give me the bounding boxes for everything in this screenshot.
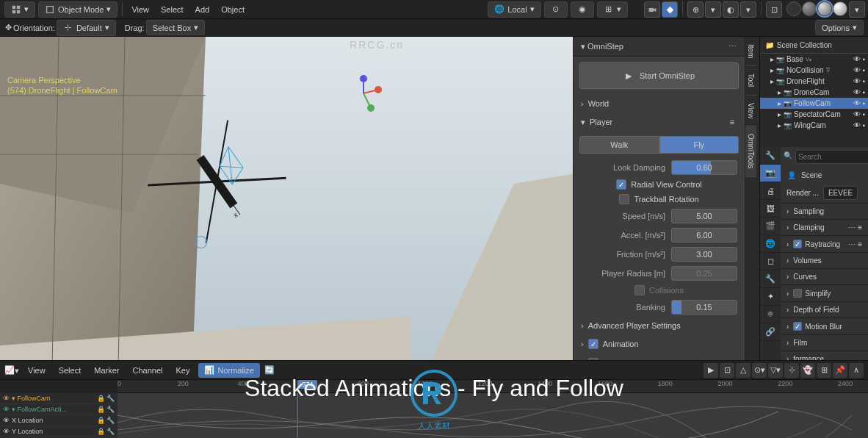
snap-mode-icon[interactable]: ⊞▾ [597,1,628,18]
output-tab-icon[interactable]: 🖨 [760,182,781,200]
view-layer-tab-icon[interactable]: 🖼 [760,200,781,218]
tab-item[interactable]: Item [745,37,756,66]
xray-icon[interactable]: ⊡ [766,1,782,18]
graph-select[interactable]: Select [54,364,86,377]
gizmo-toggle-icon[interactable]: ⊕ [687,1,704,18]
props-section[interactable]: ›Motion Blur [781,317,868,334]
advanced-player-section[interactable]: ›Advanced Player Settings [574,317,745,334]
accel-field[interactable]: 6.00 [671,228,737,243]
outliner-item[interactable]: ▸📷DroneFlight👁▪ [760,76,868,87]
object-tab-icon[interactable]: ◻ [760,253,781,270]
cursor-tool-icon[interactable]: ▶ [704,363,718,378]
rendered-shading[interactable] [833,1,847,16]
channel-row[interactable]: 👁Y Location🔒🔧 [0,426,117,437]
orientation-value-dropdown[interactable]: ⊹ Default▾ [57,20,116,36]
navigation-gizmo[interactable] [345,75,382,112]
props-section[interactable]: ›Raytracing⋯ ≡ [781,235,868,252]
viewer-icon[interactable] [662,1,678,18]
omnistep-header[interactable]: ▾ OmniStep ⋯ [574,37,745,57]
ghost-icon[interactable]: 👻 [800,363,815,378]
radial-view-checkbox[interactable] [616,179,626,190]
look-damping-slider[interactable]: 0.60 [671,160,737,175]
solid-shading[interactable] [802,1,817,16]
overlay-dropdown[interactable]: ▾ [740,1,756,18]
fly-tab[interactable]: Fly [659,136,739,154]
channel-row[interactable]: 👁▾ FollowCam🔒🔧 [0,393,117,404]
filter-icon[interactable]: ▽▾ [768,363,783,378]
camera-view-icon[interactable] [644,1,660,18]
curves-area[interactable] [117,393,868,438]
scene-datablock[interactable]: 👤 Scene [781,167,868,183]
graph-channel[interactable]: Channel [128,364,167,377]
orientation-dropdown[interactable]: 🌐 Local ▾ [488,1,540,18]
constraint-tab-icon[interactable]: 🔗 [760,323,781,341]
snap-dropdown-icon[interactable]: ⊹ [784,363,799,378]
material-shading[interactable] [817,1,832,16]
menu-add[interactable]: Add [189,3,216,16]
scripting-section[interactable]: ›Scripting [574,353,745,360]
render-engine-dropdown[interactable]: EEVEE [823,186,858,200]
channel-row[interactable]: 👁▾ FollowCamActi...🔒🔧 [0,404,117,415]
snap-tl-icon[interactable]: △ [736,363,751,378]
pin-icon[interactable]: 📌 [833,363,847,378]
snap-icon[interactable]: ⊙ [544,1,568,18]
outliner-item[interactable]: ▸📷WingCam👁▪ [760,120,868,131]
start-omnistep-button[interactable]: ▶ Start OmniStep [579,62,739,89]
tab-view[interactable]: View [745,96,756,127]
normalize-button[interactable]: 📊 Normalize [198,363,260,378]
animation-section[interactable]: ›Animation [574,334,745,353]
drag-dropdown[interactable]: Select Box▾ [146,20,206,35]
list-icon[interactable]: ≡ [727,117,737,127]
physics-tab-icon[interactable]: ⚛ [760,306,781,323]
tab-tool[interactable]: Tool [745,66,756,95]
proportional-edit-icon[interactable]: ◉ [571,1,594,18]
props-section[interactable]: ›Volumes [781,252,868,268]
props-section[interactable]: ›Depth of Field [781,301,868,317]
scene-tab-icon[interactable]: 🎬 [760,218,781,235]
graph-editor-type-icon[interactable]: 📈▾ [4,365,19,376]
pivot-icon[interactable]: ⊡ [720,363,734,378]
shading-dropdown[interactable]: ▾ [849,1,865,18]
trackball-checkbox[interactable] [619,194,629,204]
friction-field[interactable]: 3.00 [671,247,737,262]
overlay-toggle-icon[interactable]: ◐ [723,1,739,18]
more-icon[interactable]: ∧ [849,363,864,378]
mode-dropdown[interactable]: Object Mode ▾ [38,1,117,18]
animation-checkbox[interactable] [588,339,598,349]
tool-tab-icon[interactable]: 🔧 [760,147,781,165]
menu-select[interactable]: Select [155,3,189,16]
outliner-item[interactable]: ▸📷FollowCam👁▪ [760,98,868,109]
outliner-item[interactable]: ▸📷BaseV₃👁▪ [760,54,868,65]
outliner-item[interactable]: ▸📷DroneCam👁▪ [760,87,868,98]
frame-ruler[interactable]: 0 200 400 574 800 1000 1200 1400 1600 18… [117,380,868,393]
props-section[interactable]: ›Film [781,334,868,351]
world-tab-icon[interactable]: 🌐 [760,235,781,253]
walk-tab[interactable]: Walk [579,136,659,154]
speed-field[interactable]: 5.00 [671,209,737,223]
options-dropdown[interactable]: Options▾ [815,20,864,35]
tab-omnitools[interactable]: OmniTools [745,126,756,176]
props-section[interactable]: ›Curves [781,268,868,284]
properties-search-input[interactable] [795,150,868,164]
outliner-item[interactable]: ▸📷NoCollision∇👁▪ [760,65,868,76]
graph-view[interactable]: View [23,364,50,377]
modifier-tab-icon[interactable]: 🔧 [760,270,781,288]
graph-marker[interactable]: Marker [90,364,123,377]
wireframe-shading[interactable] [786,1,801,16]
3d-viewport[interactable]: x Camera Perspective (574) DroneFlight |… [0,37,573,360]
player-section[interactable]: ▾Player ≡ [574,112,745,132]
banking-slider[interactable]: 0.15 [671,300,737,315]
editor-type-dropdown[interactable]: ▾ [4,1,35,18]
props-section[interactable]: ›Simplify [781,284,868,301]
outliner-root[interactable]: 📁 Scene Collection [760,37,868,54]
world-section[interactable]: ›World [574,95,745,112]
auto-normalize-icon[interactable]: 🔄 [264,365,275,375]
gizmo-dropdown[interactable]: ▾ [705,1,721,18]
props-section[interactable]: ›Clamping⋯ ≡ [781,219,868,235]
props-section[interactable]: ›Sampling [781,203,868,219]
channel-row[interactable]: 👁X Location🔒🔧 [0,415,117,426]
graph-key[interactable]: Key [171,364,194,377]
particle-tab-icon[interactable]: ✦ [760,288,781,306]
current-frame-indicator[interactable]: 574 [297,380,317,389]
menu-object[interactable]: Object [215,3,250,16]
